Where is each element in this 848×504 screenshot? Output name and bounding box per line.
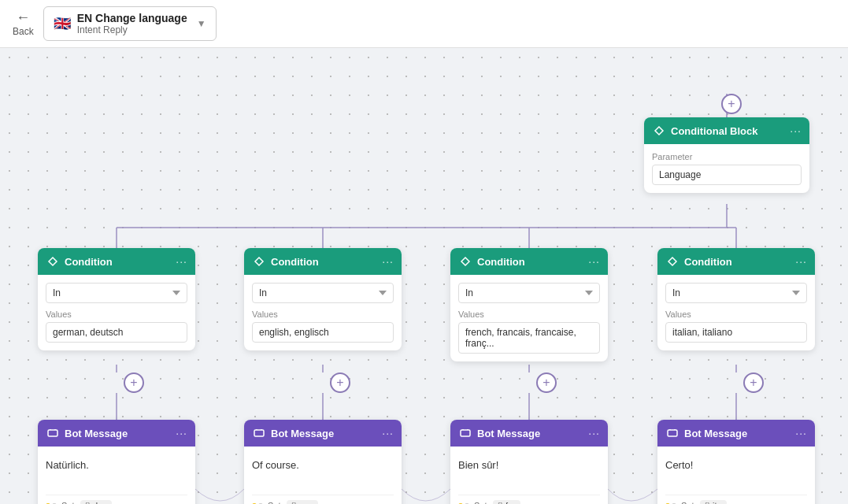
bot-1-icon (46, 426, 60, 440)
condition-4-in-select[interactable]: In (665, 283, 807, 303)
bot-3-menu[interactable]: ··· (588, 427, 600, 439)
bot-4-menu[interactable]: ··· (795, 427, 807, 439)
conditional-block: Conditional Block ··· Parameter Language (644, 117, 809, 193)
conditional-block-body: Parameter Language (644, 144, 809, 193)
bot-1-message: Natürlich. (46, 454, 187, 495)
bot-1-header: Bot Message ··· (38, 420, 195, 447)
svg-rect-17 (461, 430, 470, 436)
bot-3-curly-icon: {} (498, 501, 503, 504)
bot-3-set-code: fra (505, 501, 516, 504)
condition-1-in-select[interactable]: In (46, 283, 187, 303)
conditional-block-header: Conditional Block ··· (644, 117, 809, 144)
condition-3-title: Condition (477, 256, 583, 268)
condition-4-header: Condition ··· (657, 248, 815, 275)
condition-3-in-select[interactable]: In (458, 283, 600, 303)
bot-4-message: Certo! (665, 454, 807, 495)
bot-message-block-1: Bot Message ··· Natürlich. Set: {} deu (38, 420, 195, 504)
condition-3-body: In Values french, francais, francaise, f… (450, 275, 608, 361)
bot-2-menu[interactable]: ··· (382, 427, 394, 439)
bot-1-title: Bot Message (65, 428, 171, 439)
bot-1-set-badge: {} deu (80, 500, 113, 504)
condition-3-values-label: Values (458, 309, 600, 319)
bot-4-set-label: Set: (681, 501, 697, 504)
back-arrow-icon: ← (16, 10, 30, 24)
condition-1-header: Condition ··· (38, 248, 195, 275)
bot-3-message: Bien sûr! (458, 454, 600, 495)
back-button[interactable]: ← Back (13, 10, 34, 37)
condition-2-title: Condition (271, 256, 377, 268)
add-after-condition-4-button[interactable]: + (743, 372, 764, 393)
condition-block-1: Condition ··· In Values german, deutsch (38, 248, 195, 350)
condition-4-body: In Values italian, italiano (657, 275, 815, 350)
conditional-block-title: Conditional Block (671, 125, 785, 137)
bot-3-footer: Set: {} fra (458, 495, 600, 504)
conditional-icon (652, 124, 666, 138)
bot-4-title: Bot Message (684, 428, 791, 439)
bot-2-header: Bot Message ··· (244, 420, 402, 447)
condition-1-values: german, deutsch (46, 322, 187, 343)
bot-2-message: Of course. (252, 454, 394, 495)
svg-rect-15 (48, 430, 57, 436)
bot-1-footer: Set: {} deu (46, 495, 187, 504)
workflow-name: EN Change language (77, 12, 187, 24)
condition-4-menu[interactable]: ··· (795, 255, 807, 268)
bot-4-icon (665, 426, 680, 440)
bot-2-title: Bot Message (271, 428, 377, 439)
bot-2-footer: Set: {} eng (252, 495, 394, 504)
condition-block-3: Condition ··· In Values french, francais… (450, 248, 608, 361)
bot-1-set-code: deu (93, 501, 107, 504)
condition-2-header: Condition ··· (244, 248, 402, 275)
condition-1-body: In Values german, deutsch (38, 275, 195, 350)
bot-1-menu[interactable]: ··· (176, 427, 187, 439)
svg-rect-16 (254, 430, 264, 436)
bot-2-set-label: Set: (268, 501, 283, 504)
condition-1-values-label: Values (46, 309, 187, 319)
bot-1-set-label: Set: (61, 501, 77, 504)
condition-2-values: english, englisch (252, 322, 394, 343)
condition-4-values: italian, italiano (665, 322, 807, 343)
condition-1-menu[interactable]: ··· (176, 255, 187, 268)
bot-2-set-code: eng (299, 501, 313, 504)
condition-3-icon (458, 254, 472, 269)
condition-2-in-select[interactable]: In (252, 283, 394, 303)
condition-2-menu[interactable]: ··· (382, 255, 394, 268)
back-label: Back (13, 26, 34, 37)
bot-4-body: Certo! Set: {} ita (657, 447, 815, 504)
condition-4-values-label: Values (665, 309, 807, 319)
condition-3-menu[interactable]: ··· (588, 255, 600, 268)
svg-rect-18 (668, 430, 677, 436)
condition-3-values: french, francais, francaise, franç... (458, 322, 600, 354)
bot-4-curly-icon: {} (705, 501, 710, 504)
canvas: + Conditional Block ··· Parameter Langua… (0, 48, 848, 504)
bot-1-body: Natürlich. Set: {} deu (38, 447, 195, 504)
workflow-selector[interactable]: 🇬🇧 EN Change language Intent Reply ▼ (43, 6, 217, 41)
bot-2-curly-icon: {} (291, 501, 297, 504)
condition-block-4: Condition ··· In Values italian, italian… (657, 248, 815, 350)
param-value: Language (652, 165, 802, 185)
flag-icon: 🇬🇧 (54, 15, 71, 32)
bot-2-icon (252, 426, 266, 440)
bot-3-title: Bot Message (477, 428, 583, 439)
workflow-info: EN Change language Intent Reply (77, 12, 187, 35)
bot-3-body: Bien sûr! Set: {} fra (450, 447, 608, 504)
condition-2-body: In Values english, englisch (244, 275, 402, 350)
add-top-button[interactable]: + (721, 94, 742, 114)
conditional-block-menu[interactable]: ··· (790, 124, 802, 137)
condition-4-title: Condition (684, 256, 791, 268)
add-after-condition-3-button[interactable]: + (536, 372, 557, 393)
dropdown-arrow-icon: ▼ (197, 18, 206, 29)
bot-2-set-badge: {} eng (287, 500, 319, 504)
bot-4-header: Bot Message ··· (657, 420, 815, 447)
param-label: Parameter (652, 152, 802, 161)
workflow-sub: Intent Reply (77, 24, 187, 35)
bot-3-header: Bot Message ··· (450, 420, 608, 447)
bot-message-block-3: Bot Message ··· Bien sûr! Set: {} fra (450, 420, 608, 504)
condition-1-icon (46, 254, 60, 269)
bot-2-body: Of course. Set: {} eng (244, 447, 402, 504)
bot-4-set-code: ita (713, 501, 722, 504)
add-after-condition-1-button[interactable]: + (124, 372, 144, 393)
condition-block-2: Condition ··· In Values english, englisc… (244, 248, 402, 350)
bot-1-curly-icon: {} (85, 501, 91, 504)
add-after-condition-2-button[interactable]: + (330, 372, 350, 393)
bot-message-block-2: Bot Message ··· Of course. Set: {} eng (244, 420, 402, 504)
